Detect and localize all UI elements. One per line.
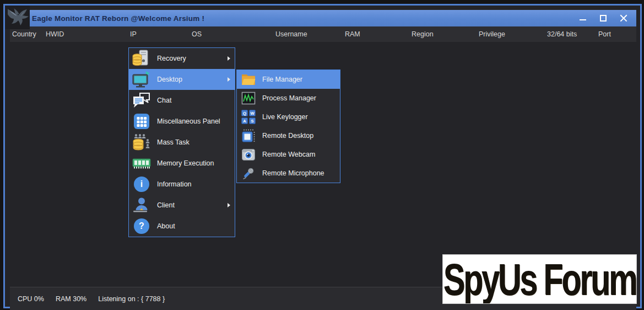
info-glyph: i [140,180,143,189]
column-os[interactable]: OS [192,30,202,38]
window-title: Eagle Monitor RAT Reborn @Welcome Arsium… [10,14,204,23]
menu-item-desktop[interactable]: Desktop [129,69,235,90]
listening-port: Listening on : { 7788 } [98,295,165,303]
submenu-item-label: Remote Webcam [262,151,315,158]
submenu-item-label: Remote Microphone [262,169,324,177]
menu-item-label: Recovery [157,55,186,62]
menu-item-label: Desktop [157,76,182,83]
column-ip[interactable]: IP [130,30,137,38]
submenu-item-label: Remote Desktop [262,132,313,140]
column-username[interactable]: Username [275,30,307,38]
miscellaneous-panel-icon [131,113,153,130]
remote-webcam-icon [239,148,258,162]
client-list-header: Country HWID IP OS Username RAM Region P… [10,26,636,42]
spyus-forum-watermark: SpyUs Forum [442,254,637,304]
menu-item-mass-task[interactable]: Mass Task [129,132,235,153]
information-icon: i [131,177,153,192]
watermark-text: SpyUs Forum [443,254,636,304]
file-manager-icon [239,73,258,86]
menu-item-label: Miscellaneous Panel [157,117,220,125]
memory-execution-icon [131,155,153,172]
menu-item-label: Memory Execution [157,159,214,167]
column-privilege[interactable]: Privilege [479,30,505,38]
submenu-item-process-manager[interactable]: Process Manager [237,89,340,108]
maximize-button[interactable] [597,13,609,24]
key-q: Q [241,110,248,116]
column-port[interactable]: Port [598,30,611,38]
screen: Eagle Monitor RAT Reborn @Welcome Arsium… [0,0,644,310]
mass-task-icon [131,133,153,151]
question-glyph: ? [139,222,144,231]
recovery-icon [131,50,153,67]
menu-item-client[interactable]: Client [129,195,235,216]
menu-item-memory-execution[interactable]: Memory Execution [129,153,235,174]
menu-item-about[interactable]: ? About [129,216,235,237]
submenu-item-remote-webcam[interactable]: Remote Webcam [237,145,340,164]
desktop-submenu: File Manager Process Manager Q W A S Liv [236,70,340,183]
submenu-arrow-icon [228,56,230,61]
submenu-item-label: Live Keylogger [262,113,308,121]
live-keylogger-icon: Q W A S [239,110,258,124]
column-bits[interactable]: 32/64 bits [547,30,577,38]
menu-item-label: About [157,222,175,230]
key-a: A [241,117,248,124]
menu-item-label: Chat [157,97,171,104]
cpu-usage: CPU 0% [18,295,44,303]
client-icon [131,196,153,214]
submenu-arrow-icon [228,77,230,82]
menu-item-miscellaneous-panel[interactable]: Miscellaneous Panel [129,111,235,132]
menu-item-label: Client [157,201,175,209]
menu-item-recovery[interactable]: Recovery [129,48,235,69]
key-s: S [249,117,256,124]
submenu-item-label: File Manager [262,76,302,83]
column-hwid[interactable]: HWID [46,30,64,38]
close-icon [619,14,628,23]
ram-usage: RAM 30% [56,295,86,303]
close-button[interactable] [618,13,630,24]
submenu-item-label: Process Manager [262,94,316,102]
column-country[interactable]: Country [12,30,36,38]
about-icon: ? [131,218,153,234]
submenu-item-file-manager[interactable]: File Manager [237,70,340,89]
app-logo [5,6,30,29]
menu-item-label: Information [157,180,192,188]
key-w: W [249,110,256,116]
submenu-item-live-keylogger[interactable]: Q W A S Live Keylogger [237,108,340,126]
menu-item-label: Mass Task [157,138,190,146]
eagle-icon [6,7,29,28]
desktop-icon [131,71,153,88]
column-ram[interactable]: RAM [345,30,360,38]
submenu-item-remote-microphone[interactable]: Remote Microphone [237,164,340,183]
minimize-icon [580,19,586,20]
menu-item-information[interactable]: i Information [129,174,235,195]
minimize-button[interactable] [577,13,589,24]
submenu-item-remote-desktop[interactable]: Remote Desktop [237,126,340,145]
process-manager-icon [239,92,258,105]
remote-desktop-icon [239,129,258,143]
menu-item-chat[interactable]: Chat [129,90,235,111]
chat-icon [131,92,153,109]
column-region[interactable]: Region [412,30,434,38]
maximize-icon [600,15,607,22]
remote-microphone-icon [239,166,258,180]
submenu-arrow-icon [228,203,230,207]
titlebar[interactable]: Eagle Monitor RAT Reborn @Welcome Arsium… [10,10,636,26]
context-menu: Recovery Desktop [128,47,235,237]
window-controls [577,10,634,26]
